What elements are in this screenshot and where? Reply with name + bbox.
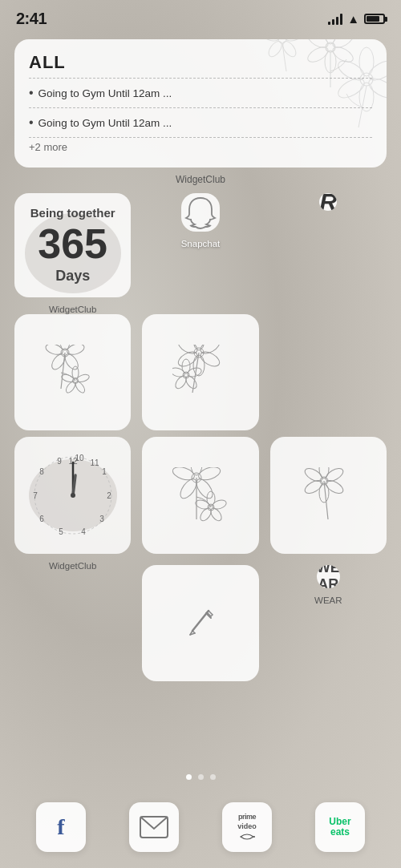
svg-point-43: [176, 345, 200, 357]
svg-line-14: [282, 43, 286, 71]
todo-widget-label: WidgetClub: [14, 174, 387, 185]
together-widget[interactable]: Being together 365 Days WidgetClub: [14, 193, 131, 314]
floral-svg-2: [172, 345, 229, 401]
dock-facebook[interactable]: f: [36, 802, 86, 852]
svg-text:1: 1: [102, 467, 107, 476]
status-icons: ▲: [328, 12, 385, 26]
floral-app-3[interactable]: [142, 437, 258, 553]
svg-point-18: [366, 75, 387, 102]
floral-icon-2-bg[interactable]: [142, 314, 258, 430]
floral-svg-4: [300, 467, 356, 523]
clock-widget[interactable]: 12 1 2 3 4 5 6 7 8 9 10 11: [14, 437, 131, 681]
page-dot-2: [198, 774, 204, 780]
facebook-icon-bg[interactable]: f: [36, 802, 86, 852]
mail-icon: [140, 816, 168, 838]
svg-point-68: [191, 467, 202, 475]
rakuten-icon-bg[interactable]: R: [319, 193, 337, 211]
page-dots: [0, 774, 401, 780]
wifi-icon: ▲: [347, 12, 359, 26]
together-widget-inner: Being together 365 Days: [14, 193, 131, 297]
page-dot-1: [186, 774, 192, 780]
page-dot-3: [210, 774, 216, 780]
clock-widget-label: WidgetClub: [49, 561, 96, 571]
svg-point-31: [72, 366, 79, 379]
svg-point-12: [266, 39, 285, 59]
signal-icon: [328, 14, 342, 25]
snapchat-app[interactable]: Snapchat: [142, 193, 258, 248]
together-days: Days: [30, 268, 115, 285]
uber-eats-icon-bg[interactable]: Uber eats: [315, 802, 365, 852]
svg-text:7: 7: [33, 491, 38, 500]
dock-uber-eats[interactable]: Uber eats: [315, 802, 365, 852]
svg-text:5: 5: [59, 527, 63, 536]
rakuten-r-letter: R: [319, 193, 337, 211]
svg-line-90: [192, 631, 195, 633]
svg-text:4: 4: [81, 527, 86, 536]
svg-text:3: 3: [99, 515, 104, 523]
svg-point-41: [193, 355, 205, 376]
status-time: 2:41: [16, 10, 47, 28]
svg-text:8: 8: [39, 467, 44, 476]
svg-line-23: [61, 353, 65, 389]
svg-point-84: [319, 483, 329, 503]
svg-point-49: [172, 366, 186, 378]
snapchat-ghost-icon: [181, 193, 220, 232]
floral-decoration: [218, 39, 387, 159]
svg-point-25: [60, 345, 70, 350]
battery-icon: [364, 14, 385, 24]
svg-text:6: 6: [39, 515, 44, 523]
snapchat-icon-bg[interactable]: [181, 193, 220, 232]
svg-text:f: f: [57, 814, 65, 839]
clock-widget-inner: 12 1 2 3 4 5 6 7 8 9 10 11: [14, 437, 131, 553]
floral-app-4[interactable]: [270, 437, 387, 553]
wear-app[interactable]: WE AR WEAR: [270, 565, 387, 681]
dock-mail[interactable]: [129, 802, 179, 852]
prime-video-icon-bg[interactable]: prime video: [222, 802, 272, 852]
wear-text: WE AR: [317, 565, 340, 588]
floral-svg-1: [45, 345, 101, 401]
svg-point-17: [366, 57, 387, 84]
floral-icon-1-bg[interactable]: [14, 314, 131, 430]
clock-face-svg: 12 1 2 3 4 5 6 7 8 9 10 11: [29, 451, 117, 539]
dock-prime-video[interactable]: prime video: [222, 802, 272, 852]
todo-widget-inner: ALL • Going to Gym Until 12am ... • Goin…: [14, 39, 387, 168]
floral-svg-3: [172, 467, 229, 523]
notes-app[interactable]: [142, 565, 258, 681]
together-title: Being together: [30, 206, 115, 220]
together-widget-label: WidgetClub: [49, 305, 96, 314]
svg-point-47: [184, 373, 199, 390]
svg-line-36: [192, 353, 199, 393]
wear-icon-bg[interactable]: WE AR: [317, 565, 340, 588]
pencil-icon: [184, 607, 217, 639]
wear-label: WEAR: [314, 595, 342, 605]
mail-icon-bg[interactable]: [129, 802, 179, 852]
floral-app-1[interactable]: [14, 314, 131, 430]
prime-video-arrow-icon: [239, 832, 255, 842]
status-bar: 2:41 ▲: [0, 0, 401, 33]
together-content: Being together 365 Days: [30, 206, 115, 285]
todo-widget[interactable]: ALL • Going to Gym Until 12am ... • Goin…: [14, 39, 387, 185]
svg-text:2: 2: [107, 491, 111, 500]
floral-icon-4-bg[interactable]: [270, 437, 387, 553]
snapchat-label: Snapchat: [181, 239, 221, 248]
svg-text:11: 11: [90, 458, 99, 467]
together-number: 365: [30, 223, 115, 264]
svg-point-33: [74, 380, 87, 394]
rakuten-app[interactable]: R: [270, 193, 387, 248]
floral-app-2[interactable]: [142, 314, 258, 430]
svg-point-65: [71, 493, 75, 498]
svg-point-39: [198, 345, 222, 357]
svg-text:10: 10: [75, 454, 84, 462]
main-content: ALL • Going to Gym Until 12am ... • Goin…: [0, 33, 401, 681]
svg-point-16: [359, 47, 374, 76]
uber-eats-label: Uber eats: [318, 817, 362, 838]
svg-point-76: [209, 507, 224, 523]
notes-icon-bg[interactable]: [142, 565, 258, 681]
floral-icon-3-bg[interactable]: [142, 437, 258, 553]
facebook-icon: f: [47, 813, 75, 842]
dock: f prime video Uber eats: [14, 802, 387, 852]
svg-text:9: 9: [57, 457, 62, 466]
